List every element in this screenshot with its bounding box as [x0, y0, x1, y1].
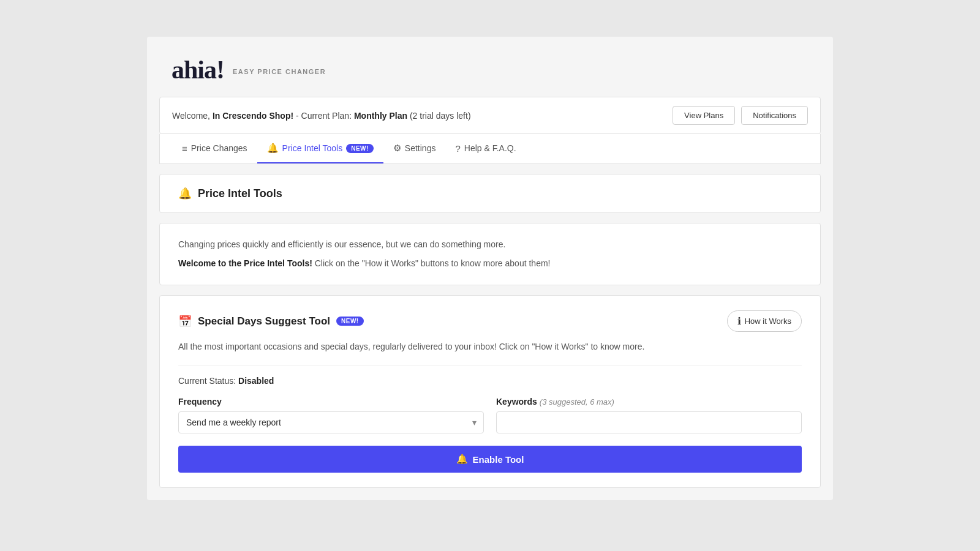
welcome-middle: - Current Plan: — [293, 111, 354, 121]
logo-subtitle: EASY PRICE CHANGER — [233, 68, 326, 75]
intro-line1: Changing prices quickly and efficiently … — [178, 238, 802, 251]
tool-header: 📅 Special Days Suggest Tool New! ℹ How i… — [178, 310, 802, 332]
help-icon: ? — [455, 143, 460, 154]
page-title-row: 🔔 Price Intel Tools — [160, 174, 820, 212]
tab-help-faq[interactable]: ? Help & F.A.Q. — [445, 135, 526, 163]
tab-price-intel-tools-label: Price Intel Tools — [282, 143, 343, 153]
page-title-card: 🔔 Price Intel Tools — [159, 174, 821, 213]
intro-line2-rest: Click on the "How it Works" buttons to k… — [312, 258, 551, 268]
enable-tool-label: Enable Tool — [473, 454, 524, 465]
tool-name: Special Days Suggest Tool — [198, 315, 330, 328]
price-intel-tools-icon: 🔔 — [267, 143, 279, 154]
app-container: ahia! EASY PRICE CHANGER Welcome, In Cre… — [147, 37, 833, 500]
tool-calendar-icon: 📅 — [178, 315, 192, 328]
frequency-select[interactable]: Send me a weekly report Send me a monthl… — [178, 411, 484, 433]
tab-price-intel-tools[interactable]: 🔔 Price Intel Tools New! — [257, 134, 383, 163]
settings-icon: ⚙ — [393, 143, 401, 154]
status-row: Current Status: Disabled — [178, 376, 802, 386]
main-content: 🔔 Price Intel Tools Changing prices quic… — [159, 174, 821, 488]
status-label: Current Status: — [178, 376, 238, 386]
welcome-actions: View Plans Notifications — [673, 106, 808, 125]
tab-price-changes[interactable]: ≡ Price Changes — [172, 135, 257, 163]
page-title: Price Intel Tools — [198, 187, 282, 200]
tab-settings[interactable]: ⚙ Settings — [383, 134, 446, 163]
keywords-group: Keywords (3 suggested, 6 max) — [496, 397, 802, 433]
view-plans-button[interactable]: View Plans — [673, 106, 735, 125]
how-it-works-circle-icon: ℹ — [737, 315, 741, 327]
welcome-bar: Welcome, In Crescendo Shop! - Current Pl… — [159, 97, 821, 134]
keywords-note: (3 suggested, 6 max) — [540, 397, 614, 407]
tab-settings-label: Settings — [405, 143, 436, 153]
tool-description: All the most important occasions and spe… — [178, 340, 802, 353]
how-it-works-label: How it Works — [745, 317, 791, 326]
tab-help-faq-label: Help & F.A.Q. — [464, 143, 516, 153]
tool-badge: New! — [336, 317, 364, 326]
intro-card: Changing prices quickly and efficiently … — [159, 223, 821, 285]
intro-line2: Welcome to the Price Intel Tools! Click … — [178, 257, 802, 270]
frequency-group: Frequency Send me a weekly report Send m… — [178, 397, 484, 433]
welcome-prefix: Welcome, — [172, 111, 213, 121]
nav-tabs: ≡ Price Changes 🔔 Price Intel Tools New!… — [159, 134, 821, 164]
logo-group: ahia! — [172, 55, 224, 84]
tool-title: 📅 Special Days Suggest Tool New! — [178, 315, 364, 328]
intro-line2-bold: Welcome to the Price Intel Tools! — [178, 258, 312, 268]
shop-name: In Crescendo Shop! — [213, 111, 293, 121]
frequency-label: Frequency — [178, 397, 484, 407]
welcome-text: Welcome, In Crescendo Shop! - Current Pl… — [172, 111, 471, 121]
notifications-button[interactable]: Notifications — [741, 106, 808, 125]
logo: ahia! — [172, 55, 224, 84]
price-changes-icon: ≡ — [182, 143, 187, 154]
enable-tool-button[interactable]: 🔔 Enable Tool — [178, 446, 802, 473]
keywords-label: Keywords (3 suggested, 6 max) — [496, 397, 802, 407]
plan-name: Monthly Plan — [354, 111, 407, 121]
form-row: Frequency Send me a weekly report Send m… — [178, 397, 802, 433]
tab-price-changes-label: Price Changes — [191, 143, 247, 153]
keywords-input[interactable] — [496, 411, 802, 433]
tool-card: 📅 Special Days Suggest Tool New! ℹ How i… — [159, 295, 821, 488]
page-title-icon: 🔔 — [178, 187, 192, 200]
status-value: Disabled — [238, 376, 274, 386]
divider — [178, 365, 802, 366]
frequency-select-wrapper: Send me a weekly report Send me a monthl… — [178, 411, 484, 433]
app-header: ahia! EASY PRICE CHANGER — [147, 37, 833, 97]
price-intel-tools-badge: New! — [346, 144, 374, 153]
trial-text: (2 trial days left) — [407, 111, 470, 121]
how-it-works-button[interactable]: ℹ How it Works — [727, 310, 802, 332]
enable-tool-icon: 🔔 — [456, 454, 468, 465]
